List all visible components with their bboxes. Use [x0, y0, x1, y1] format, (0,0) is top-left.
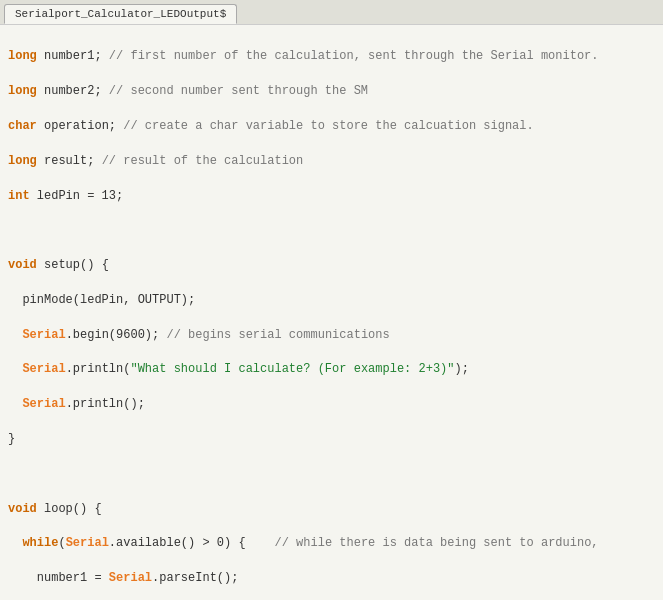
code-line: } [8, 431, 655, 448]
code-line: long number2; // second number sent thro… [8, 83, 655, 100]
code-line: pinMode(ledPin, OUTPUT); [8, 292, 655, 309]
code-line [8, 222, 655, 239]
code-line: long result; // result of the calculatio… [8, 153, 655, 170]
code-line: Serial.begin(9600); // begins serial com… [8, 327, 655, 344]
code-line: void setup() { [8, 257, 655, 274]
active-tab[interactable]: Serialport_Calculator_LEDOutput$ [4, 4, 237, 24]
code-line: void loop() { [8, 501, 655, 518]
window: Serialport_Calculator_LEDOutput$ long nu… [0, 0, 663, 600]
tab-bar: Serialport_Calculator_LEDOutput$ [0, 0, 663, 25]
code-line: int ledPin = 13; [8, 188, 655, 205]
code-line: while(Serial.available() > 0) { // while… [8, 535, 655, 552]
code-line [8, 466, 655, 483]
code-line: long number1; // first number of the cal… [8, 48, 655, 65]
code-line: char operation; // create a char variabl… [8, 118, 655, 135]
code-line: Serial.println("What should I calculate?… [8, 361, 655, 378]
code-editor: long number1; // first number of the cal… [0, 25, 663, 600]
code-content: long number1; // first number of the cal… [8, 48, 655, 600]
code-line: number1 = Serial.parseInt(); [8, 570, 655, 587]
code-line: Serial.println(); [8, 396, 655, 413]
